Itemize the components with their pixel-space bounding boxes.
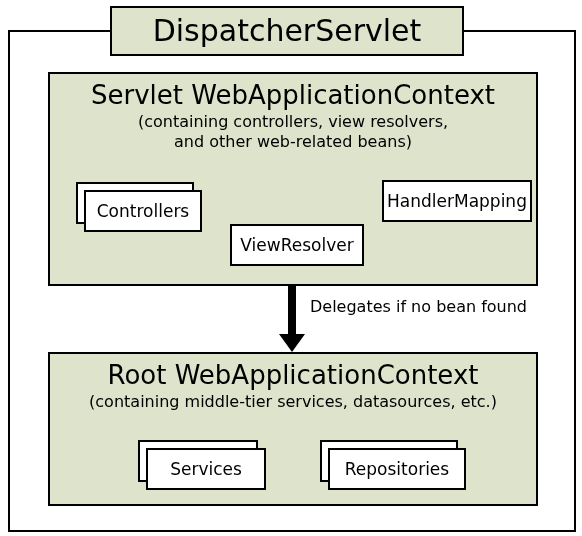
handlermapping-box: HandlerMapping [382,180,532,222]
diagram-canvas: DispatcherServlet Servlet WebApplication… [0,0,582,536]
servlet-context-subtitle-line2: and other web-related beans) [174,132,412,151]
servlet-webapplicationcontext-box: Servlet WebApplicationContext (containin… [48,72,538,286]
root-context-subtitle: (containing middle-tier services, dataso… [50,392,536,412]
delegates-arrow-label: Delegates if no bean found [310,297,527,316]
root-context-title: Root WebApplicationContext [50,360,536,390]
repositories-box: Repositories [328,448,466,490]
dispatcher-servlet-title: DispatcherServlet [110,6,464,56]
delegates-arrow [282,284,302,352]
arrow-head-icon [279,334,305,352]
services-box: Services [146,448,266,490]
viewresolver-box: ViewResolver [230,224,364,266]
root-webapplicationcontext-box: Root WebApplicationContext (containing m… [48,352,538,506]
arrow-shaft [288,284,296,336]
servlet-context-title: Servlet WebApplicationContext [50,80,536,110]
servlet-context-subtitle-line1: (containing controllers, view resolvers, [138,112,448,131]
controllers-box: Controllers [84,190,202,232]
servlet-context-subtitle: (containing controllers, view resolvers,… [50,112,536,152]
